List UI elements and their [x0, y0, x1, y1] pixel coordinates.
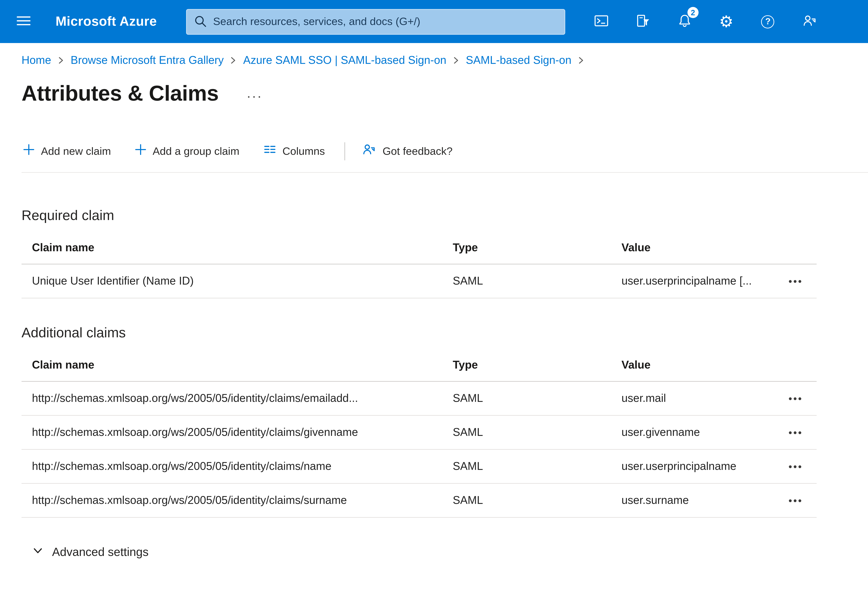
table-header-row: Claim name Type Value [22, 231, 817, 265]
column-header-value: Value [622, 241, 775, 254]
column-header-claim-name: Claim name [22, 241, 453, 254]
chevron-down-icon [33, 546, 43, 559]
claim-value-cell: user.userprincipalname [622, 460, 775, 473]
got-feedback-label: Got feedback? [383, 145, 453, 157]
table-row[interactable]: http://schemas.xmlsoap.org/ws/2005/05/id… [22, 484, 817, 518]
row-more-button[interactable]: ••• [786, 423, 806, 441]
row-more-button[interactable]: ••• [786, 491, 806, 509]
feedback-person-icon [802, 13, 817, 30]
columns-icon [263, 143, 276, 159]
claim-name-cell: http://schemas.xmlsoap.org/ws/2005/05/id… [22, 460, 453, 473]
claim-type-cell: SAML [453, 275, 622, 287]
add-new-claim-label: Add new claim [41, 145, 111, 157]
directory-filter-button[interactable] [628, 6, 658, 37]
table-row[interactable]: http://schemas.xmlsoap.org/ws/2005/05/id… [22, 382, 817, 416]
got-feedback-button[interactable]: Got feedback? [360, 139, 454, 162]
column-header-type: Type [453, 359, 622, 371]
notifications-button[interactable]: 2 [670, 6, 700, 37]
additional-claims-table: Claim name Type Value http://schemas.xml… [22, 348, 817, 518]
feedback-button[interactable] [794, 6, 825, 37]
cloud-shell-icon [594, 13, 609, 30]
breadcrumb-link-home[interactable]: Home [22, 54, 51, 67]
column-header-claim-name: Claim name [22, 359, 453, 371]
column-header-value: Value [622, 359, 775, 371]
claim-name-cell: http://schemas.xmlsoap.org/ws/2005/05/id… [22, 392, 453, 405]
help-icon: ? [761, 15, 775, 28]
claim-value-cell: user.givenname [622, 426, 775, 439]
search-input[interactable] [186, 9, 565, 34]
help-button[interactable]: ? [753, 6, 783, 37]
page-title-row: Attributes & Claims ··· [22, 79, 868, 109]
topbar-actions: 2 ⚙ ? [586, 6, 825, 37]
claim-value-cell: user.mail [622, 392, 775, 405]
add-group-claim-button[interactable]: Add a group claim [133, 141, 241, 161]
claim-value-cell: user.surname [622, 494, 775, 507]
hamburger-icon [17, 14, 31, 29]
claim-type-cell: SAML [453, 460, 622, 473]
claim-value-cell: user.userprincipalname [... [622, 275, 775, 287]
claim-type-cell: SAML [453, 392, 622, 405]
table-row[interactable]: http://schemas.xmlsoap.org/ws/2005/05/id… [22, 416, 817, 450]
cloud-shell-button[interactable] [586, 6, 617, 37]
claim-name-cell: http://schemas.xmlsoap.org/ws/2005/05/id… [22, 426, 453, 439]
table-row[interactable]: Unique User Identifier (Name ID) SAML us… [22, 265, 817, 299]
additional-claims-section: Additional claims Claim name Type Value … [22, 325, 868, 518]
row-more-button[interactable]: ••• [786, 272, 806, 290]
chevron-right-icon [57, 56, 64, 65]
claim-name-cell: http://schemas.xmlsoap.org/ws/2005/05/id… [22, 494, 453, 507]
breadcrumb-link-gallery[interactable]: Browse Microsoft Entra Gallery [71, 54, 224, 67]
columns-button[interactable]: Columns [262, 140, 326, 162]
settings-gear-icon: ⚙ [719, 14, 733, 29]
claim-name-cell: Unique User Identifier (Name ID) [22, 275, 453, 287]
chevron-right-icon [578, 56, 585, 65]
additional-claims-heading: Additional claims [22, 325, 868, 341]
azure-portal-page: Microsoft Azure 2 [0, 0, 868, 608]
chevron-right-icon [230, 56, 237, 65]
claim-type-cell: SAML [453, 494, 622, 507]
global-search [186, 9, 565, 34]
plus-icon [135, 144, 146, 158]
search-icon [194, 14, 208, 31]
main-content: Home Browse Microsoft Entra Gallery Azur… [0, 43, 868, 562]
required-claim-heading: Required claim [22, 207, 868, 223]
chevron-right-icon [453, 56, 460, 65]
hamburger-menu-button[interactable] [8, 6, 39, 37]
notification-badge: 2 [687, 7, 699, 18]
row-more-button[interactable]: ••• [786, 457, 806, 475]
title-context-menu-button[interactable]: ··· [243, 86, 265, 105]
toolbar-divider [344, 142, 345, 160]
claim-type-cell: SAML [453, 426, 622, 439]
table-header-row: Claim name Type Value [22, 348, 817, 382]
table-row[interactable]: http://schemas.xmlsoap.org/ws/2005/05/id… [22, 450, 817, 484]
row-more-button[interactable]: ••• [786, 389, 806, 407]
advanced-settings-toggle[interactable]: Advanced settings [31, 543, 150, 562]
breadcrumb: Home Browse Microsoft Entra Gallery Azur… [22, 43, 868, 67]
required-claim-table: Claim name Type Value Unique User Identi… [22, 231, 817, 299]
directory-filter-icon [636, 13, 651, 30]
feedback-person-icon [362, 142, 377, 159]
add-group-claim-label: Add a group claim [153, 145, 239, 157]
required-claim-section: Required claim Claim name Type Value Uni… [22, 207, 868, 299]
azure-top-bar: Microsoft Azure 2 [0, 0, 868, 43]
command-bar: Add new claim Add a group claim Columns … [22, 139, 868, 173]
settings-button[interactable]: ⚙ [711, 6, 742, 37]
brand-title: Microsoft Azure [56, 14, 157, 29]
add-new-claim-button[interactable]: Add new claim [22, 141, 112, 161]
breadcrumb-link-saml-signon[interactable]: SAML-based Sign-on [466, 54, 571, 67]
page-title: Attributes & Claims [22, 81, 219, 106]
columns-label: Columns [282, 145, 325, 157]
advanced-settings-label: Advanced settings [52, 546, 149, 559]
breadcrumb-link-app-sso[interactable]: Azure SAML SSO | SAML-based Sign-on [243, 54, 446, 67]
column-header-type: Type [453, 241, 622, 254]
plus-icon [23, 144, 35, 158]
